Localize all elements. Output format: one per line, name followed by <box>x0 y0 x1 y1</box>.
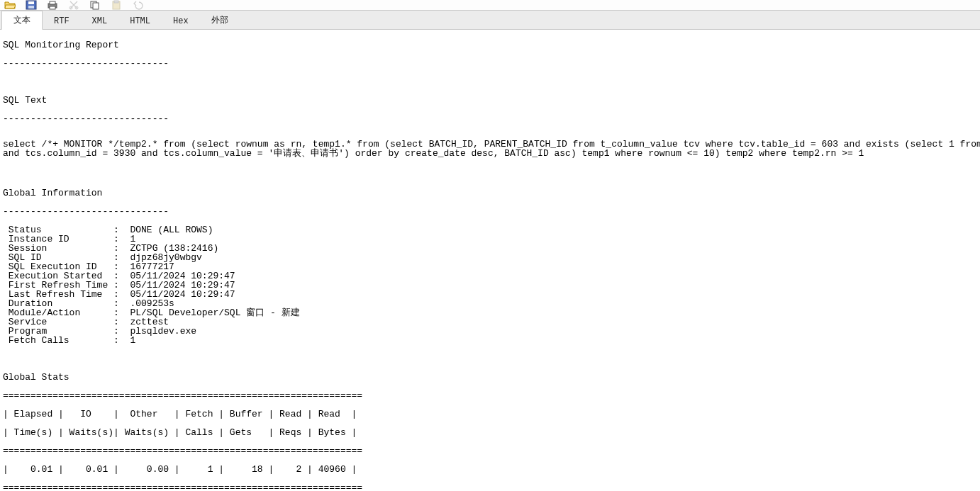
tab-text[interactable]: 文本 <box>1 11 43 30</box>
tab-xml[interactable]: XML <box>81 13 119 29</box>
report-body: SQL Monitoring Report ------------------… <box>0 30 980 491</box>
svg-rect-4 <box>50 1 55 4</box>
svg-rect-1 <box>28 1 34 4</box>
svg-rect-5 <box>50 6 55 9</box>
paste-icon[interactable] <box>111 0 122 10</box>
global-info-rows: Status : DONE (ALL ROWS) Instance ID : 1… <box>3 225 977 345</box>
svg-rect-11 <box>114 1 118 3</box>
global-info-row: Status : DONE (ALL ROWS) <box>3 225 977 235</box>
copy-icon[interactable] <box>89 0 101 10</box>
tab-external[interactable]: 外部 <box>200 11 240 29</box>
svg-rect-2 <box>28 6 34 9</box>
global-info-row: Fetch Calls : 1 <box>3 336 977 345</box>
global-stats-header2: | Time(s) | Waits(s)| Waits(s) | Calls |… <box>3 428 977 437</box>
tab-hex[interactable]: Hex <box>162 13 200 29</box>
sql-text-heading: SQL Text <box>3 96 977 105</box>
report-title: SQL Monitoring Report <box>3 40 977 50</box>
global-stats-header1: | Elapsed | IO | Other | Fetch | Buffer … <box>3 410 977 419</box>
tab-rtf[interactable]: RTF <box>43 13 81 29</box>
sql-underline: ------------------------------ <box>3 59 977 68</box>
tab-html[interactable]: HTML <box>118 13 162 29</box>
open-folder-icon[interactable] <box>4 0 16 10</box>
global-stats-bottom-border: ========================================… <box>3 483 977 491</box>
save-icon[interactable] <box>26 0 37 10</box>
svg-rect-9 <box>93 3 99 9</box>
print-icon[interactable] <box>47 0 58 10</box>
global-info-underline: ------------------------------ <box>3 207 977 216</box>
global-stats-heading: Global Stats <box>3 373 977 382</box>
global-info-row: Program : plsqldev.exe <box>3 327 977 336</box>
global-info-heading: Global Information <box>3 188 977 198</box>
toolbar <box>0 0 980 10</box>
sql-text-underline: ------------------------------ <box>3 114 977 123</box>
cut-icon[interactable] <box>68 0 79 10</box>
view-tabs: 文本 RTF XML HTML Hex 外部 <box>0 10 980 30</box>
global-stats-mid-border: ========================================… <box>3 446 977 456</box>
global-stats-data-row: | 0.01 | 0.01 | 0.00 | 1 | 18 | 2 | 4096… <box>3 465 977 474</box>
sql-text: select /*+ MONITOR */temp2.* from (selec… <box>3 140 977 158</box>
undo-icon[interactable] <box>132 0 143 10</box>
global-stats-top-border: ========================================… <box>3 391 977 400</box>
